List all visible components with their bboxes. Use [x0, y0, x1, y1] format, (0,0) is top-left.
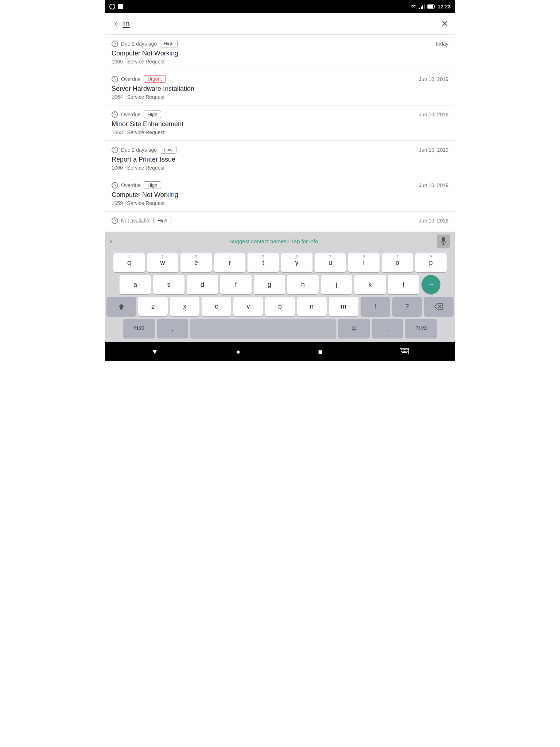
top-nav: ‹ In ✕	[105, 13, 455, 35]
priority-badge: Urgent	[144, 75, 166, 83]
svg-point-0	[110, 4, 115, 9]
exclaim-key[interactable]: !	[361, 297, 390, 316]
item-title: Computer Not Working	[112, 191, 448, 199]
status-text: Not available	[121, 218, 151, 224]
nav-title: In	[123, 19, 129, 28]
key-l[interactable]: l	[388, 275, 419, 294]
suggest-text[interactable]: Suggest contact names? Tap for info.	[112, 238, 437, 244]
keyboard-icon	[400, 348, 409, 354]
key-a[interactable]: a	[120, 275, 151, 294]
nav-keyboard-button[interactable]	[393, 345, 416, 359]
delete-key[interactable]	[424, 297, 454, 316]
key-b[interactable]: b	[265, 297, 295, 316]
key-j[interactable]: j	[321, 275, 352, 294]
svg-rect-5	[424, 4, 425, 9]
key-c[interactable]: c	[202, 297, 231, 316]
key-m[interactable]: m	[329, 297, 358, 316]
action-key[interactable]: →	[421, 275, 440, 294]
clock-icon	[112, 40, 118, 47]
clock-icon	[112, 147, 118, 153]
item-header-left: Not available High	[112, 217, 171, 224]
key-s[interactable]: s	[153, 275, 184, 294]
key-e[interactable]: 3e	[180, 253, 212, 272]
key-q[interactable]: 1q	[113, 253, 145, 272]
svg-marker-12	[118, 303, 124, 309]
keyboard: 1q 2w 3e 4r 5t 6y 7u 8i 9o 0p a s d f g …	[105, 250, 455, 342]
comma-key[interactable]: ,	[157, 319, 188, 338]
list-item[interactable]: Overdue High Jun 10, 2019 Minor Site Enh…	[105, 105, 455, 141]
svg-rect-25	[404, 351, 405, 352]
emoji-key[interactable]: ☺	[338, 319, 370, 338]
svg-rect-23	[401, 351, 402, 352]
battery-icon	[427, 4, 435, 9]
key-o[interactable]: 9o	[382, 253, 413, 272]
svg-rect-22	[407, 349, 408, 350]
date-text: Jun 10, 2019	[419, 218, 448, 224]
item-header-left: Due 2 days ago High	[112, 40, 178, 47]
status-bar-left	[109, 4, 123, 9]
key-w[interactable]: 2w	[147, 253, 178, 272]
list-item[interactable]: Overdue High Jun 10, 2019 Computer Not W…	[105, 176, 455, 212]
suggest-bar: › Suggest contact names? Tap for info.	[105, 232, 455, 250]
list-item[interactable]: Due 2 days ago High Today Computer Not W…	[105, 35, 455, 70]
key-u[interactable]: 7u	[315, 253, 346, 272]
item-header-left: Overdue Urgent	[112, 75, 166, 83]
list-item[interactable]: Not available High Jun 10, 2019	[105, 212, 455, 232]
key-g[interactable]: g	[254, 275, 285, 294]
status-text: Due 2 days ago	[121, 41, 157, 47]
status-text: Overdue	[121, 182, 141, 188]
priority-badge: High	[153, 217, 171, 224]
clock-icon	[112, 217, 118, 224]
item-title: Server Hardware Installation	[112, 85, 448, 93]
key-y[interactable]: 6y	[281, 253, 312, 272]
nav-home-button[interactable]: ●	[229, 345, 248, 359]
date-text: Jun 10, 2019	[419, 112, 448, 117]
nav-back-button[interactable]: ▼	[144, 345, 166, 359]
period-key[interactable]: .	[372, 319, 403, 338]
key-z[interactable]: z	[138, 297, 168, 316]
back-button[interactable]: ‹	[112, 18, 120, 30]
key-row-3: z x c v b n m ! ?	[106, 297, 454, 316]
key-x[interactable]: x	[170, 297, 199, 316]
key-k[interactable]: k	[354, 275, 386, 294]
list-item[interactable]: Due 2 days ago Low Jun 10, 2019 Report a…	[105, 141, 455, 176]
priority-badge: Low	[160, 146, 176, 154]
item-title: Report a Printer Issue	[112, 156, 448, 163]
svg-rect-21	[405, 349, 407, 350]
clock-icon	[112, 111, 118, 118]
nav-recent-button[interactable]: ■	[311, 345, 330, 359]
date-text: Jun 10, 2019	[419, 182, 448, 188]
item-header-left: Overdue High	[112, 181, 161, 189]
key-row-4: ?123 , ☺ . ?123	[106, 319, 454, 338]
question-key[interactable]: ?	[392, 297, 422, 316]
key-d[interactable]: d	[187, 275, 218, 294]
num-switch-right[interactable]: ?123	[405, 319, 437, 338]
status-text: Overdue	[121, 112, 141, 117]
key-f[interactable]: f	[220, 275, 252, 294]
close-button[interactable]: ✕	[441, 19, 448, 29]
item-subtitle: 1065 | Service Request	[112, 59, 448, 65]
svg-rect-28	[402, 352, 407, 353]
num-switch-left[interactable]: ?123	[123, 319, 155, 338]
mic-button[interactable]	[437, 235, 450, 248]
mic-icon	[440, 237, 446, 245]
shift-key[interactable]	[106, 297, 136, 316]
svg-rect-24	[402, 351, 404, 352]
backspace-icon	[434, 303, 443, 310]
svg-rect-4	[422, 5, 423, 9]
key-i[interactable]: 8i	[348, 253, 380, 272]
key-r[interactable]: 4r	[214, 253, 245, 272]
key-t[interactable]: 5t	[248, 253, 279, 272]
key-n[interactable]: n	[297, 297, 327, 316]
svg-rect-9	[442, 237, 445, 242]
key-v[interactable]: v	[233, 297, 263, 316]
list-item[interactable]: Overdue Urgent Jun 10, 2019 Server Hardw…	[105, 70, 455, 105]
space-key[interactable]	[190, 319, 336, 338]
svg-rect-13	[120, 309, 123, 310]
clock-icon	[112, 76, 118, 82]
key-p[interactable]: 0p	[415, 253, 447, 272]
svg-rect-27	[407, 351, 408, 352]
svg-rect-2	[419, 8, 420, 9]
key-h[interactable]: h	[287, 275, 319, 294]
time-display: 12:23	[438, 4, 451, 9]
